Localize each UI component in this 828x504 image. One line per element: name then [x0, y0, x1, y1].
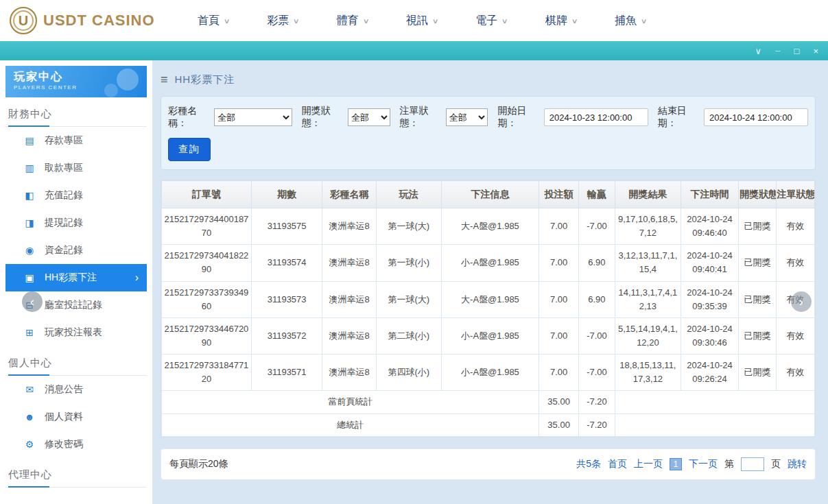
nav-item-home[interactable]: 首頁 ∨ [198, 14, 229, 28]
jump-page-input[interactable] [741, 457, 764, 471]
prev-page-link[interactable]: 上一页 [634, 458, 663, 470]
table-cell: 已開獎 [739, 355, 776, 391]
table-cell: 澳洲幸运8 [322, 317, 376, 354]
end-date-input[interactable] [704, 108, 808, 126]
table-cell: 第二球(小) [376, 317, 441, 354]
section-title-personal-center: 個人中心 [5, 346, 147, 376]
column-header: 期數 [251, 181, 322, 208]
sidebar-item-label: 廳室投註記錄 [45, 299, 102, 311]
chevron-down-icon: ∨ [641, 17, 648, 25]
nav-item-board-games[interactable]: 棋牌 ∨ [545, 14, 577, 28]
nav-item-label: 彩票 [267, 14, 289, 28]
table-cell: 2024-10-24 09:35:39 [681, 281, 739, 317]
draw-status-select[interactable]: 全部 [348, 108, 390, 126]
pagination-bar: 每頁顯示20條 共5条 首页 上一页 1 下一页 第 页 跳转 [161, 448, 816, 480]
table-cell: 2024-10-24 09:40:41 [681, 245, 739, 281]
sidebar-item-label: HH彩票下注 [45, 272, 97, 284]
table-cell: 6.90 [578, 281, 615, 317]
table-cell: 澳洲幸运8 [322, 281, 376, 317]
table-cell: 2152172973440018770 [162, 208, 252, 245]
deposit-icon: ▤ [23, 135, 36, 146]
window-close-button[interactable]: × [813, 47, 818, 56]
table-cell: -7.00 [578, 208, 615, 245]
sidebar-item-profile[interactable]: ☻ 個人資料 [5, 403, 147, 431]
announcements-icon: ✉ [23, 384, 36, 395]
sidebar-item-announcements[interactable]: ✉ 消息公告 [5, 376, 147, 403]
profile-icon: ☻ [23, 411, 36, 422]
table-cell: 有效 [776, 355, 814, 391]
bets-table: 訂單號期數彩種名稱玩法下注信息投注額輸贏開獎結果下注時間開獎狀態注單狀態 215… [161, 180, 816, 437]
summary-empty-cell [615, 413, 815, 436]
jump-button[interactable]: 跳转 [788, 458, 807, 470]
hamburger-icon[interactable]: ≡ [161, 73, 168, 87]
chevron-right-icon: › [135, 272, 139, 284]
sidebar-item-funds-records[interactable]: ◉ 資金記錄 [5, 237, 147, 264]
table-cell: 7.00 [539, 245, 578, 281]
nav-item-fishing[interactable]: 捕魚 ∨ [615, 14, 646, 28]
sidebar-item-withdrawal-records[interactable]: ◨ 提現記錄 [5, 209, 147, 237]
players-center-subtitle: PLAYERS CENTER [14, 84, 139, 91]
players-center-banner: 玩家中心 PLAYERS CENTER [5, 66, 147, 97]
window-dropdown-button[interactable]: ∨ [755, 47, 761, 56]
table-body: 215217297344001877031193575澳洲幸运8第一球(大)大-… [162, 208, 815, 391]
search-button[interactable]: 查詢 [168, 138, 211, 161]
window-maximize-button[interactable]: □ [794, 47, 800, 56]
nav-item-electronic[interactable]: 電子 ∨ [475, 14, 507, 28]
current-page-indicator[interactable]: 1 [670, 458, 682, 470]
column-header: 開獎結果 [615, 181, 681, 208]
sidebar-item-withdraw[interactable]: ▥ 取款專區 [5, 154, 147, 182]
summary-empty-cell [615, 391, 815, 413]
chevron-down-icon: ∨ [501, 17, 508, 25]
table-cell: 2152172973373934960 [162, 281, 252, 317]
table-cell: 澳洲幸运8 [322, 208, 376, 245]
table-cell: 小-A盤@1.985 [441, 317, 539, 354]
nav-item-live-video[interactable]: 視訊 ∨ [406, 14, 438, 28]
column-header: 輸贏 [578, 181, 615, 208]
lottery-name-select[interactable]: 全部 [214, 108, 292, 126]
hh-lottery-bets-icon: ▣ [23, 272, 36, 283]
players-center-title: 玩家中心 [14, 70, 139, 84]
nav-item-label: 體育 [337, 14, 359, 28]
nav-item-lottery[interactable]: 彩票 ∨ [267, 14, 298, 28]
first-page-link[interactable]: 首页 [608, 458, 627, 470]
sidebar-collapse-arrow[interactable]: ‹ [22, 291, 43, 312]
sidebar-item-player-bet-report[interactable]: ⊞ 玩家投注報表 [5, 319, 147, 346]
page-prefix-label: 第 [724, 458, 734, 470]
content-scroll-right-arrow[interactable]: › [791, 291, 812, 312]
start-date-input[interactable] [544, 108, 648, 126]
column-header: 彩種名稱 [322, 181, 376, 208]
lottery-name-label: 彩種名稱： [168, 105, 214, 130]
next-page-link[interactable]: 下一页 [689, 458, 718, 470]
table-cell: 大-A盤@1.985 [441, 281, 539, 317]
table-cell: -7.00 [578, 317, 615, 354]
window-minimize-button[interactable]: − [775, 47, 781, 56]
table-cell: 31193575 [251, 208, 322, 245]
table-row: 215217297334467209031193572澳洲幸运8第二球(小)小-… [162, 317, 815, 354]
pagination-controls: 共5条 首页 上一页 1 下一页 第 页 跳转 [576, 457, 807, 471]
summary-bet-total: 35.00 [539, 413, 578, 436]
nav-item-label: 捕魚 [615, 14, 637, 28]
table-cell: 第一球(大) [376, 208, 441, 245]
table-row: 215217297340418229031193574澳洲幸运8第一球(小)小-… [162, 245, 815, 281]
table-cell: 3,12,13,11,7,1,15,4 [615, 245, 681, 281]
nav-item-sports[interactable]: 體育 ∨ [337, 14, 368, 28]
order-status-select[interactable]: 全部 [446, 108, 488, 126]
table-cell: 31193572 [251, 317, 322, 354]
table-cell: 2152172973344672090 [162, 317, 252, 354]
table-cell: 2152172973318477120 [162, 355, 252, 391]
table-cell: 2024-10-24 09:46:40 [681, 208, 739, 245]
table-cell: 已開獎 [739, 317, 776, 354]
sidebar-item-change-password[interactable]: ⚙ 修改密碼 [5, 431, 147, 458]
section-title-finance-center: 財務中心 [5, 97, 147, 127]
sidebar-item-hh-lottery-bets[interactable]: ▣ HH彩票下注 › [5, 264, 147, 291]
sidebar-item-recharge-records[interactable]: ◧ 充值記錄 [5, 182, 147, 209]
table-cell: 小-A盤@1.985 [441, 355, 539, 391]
site-logo[interactable]: U USDT CASINO [10, 7, 165, 34]
logo-icon: U [10, 7, 37, 34]
table-header-row: 訂單號期數彩種名稱玩法下注信息投注額輸贏開獎結果下注時間開獎狀態注單狀態 [162, 181, 815, 208]
summary-label: 當前頁統計 [162, 391, 539, 413]
table-row: 215217297331847712031193571澳洲幸运8第四球(小)小-… [162, 355, 815, 391]
page-title-row: ≡ HH彩票下注 [161, 67, 816, 92]
sidebar-item-deposit[interactable]: ▤ 存款專區 [5, 127, 147, 154]
sidebar-item-label: 存款專區 [45, 134, 83, 147]
